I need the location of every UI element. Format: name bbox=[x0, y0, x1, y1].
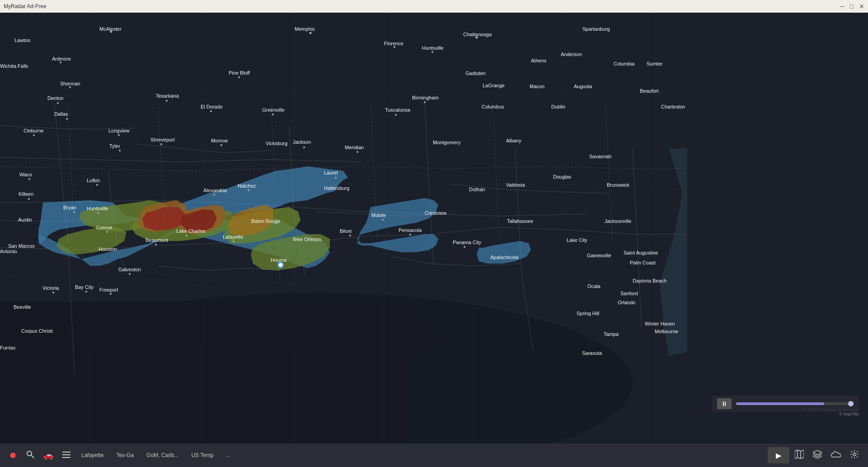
svg-text:Jackson: Jackson bbox=[293, 139, 311, 145]
tab-tex-ga[interactable]: Tex-Ga bbox=[111, 449, 139, 461]
progress-fill bbox=[736, 402, 824, 405]
play-button[interactable]: ▶ bbox=[768, 447, 789, 463]
tab-us-temp[interactable]: US Temp bbox=[186, 449, 219, 461]
svg-point-36 bbox=[160, 143, 162, 145]
svg-point-24 bbox=[432, 51, 433, 53]
svg-point-26 bbox=[57, 102, 59, 104]
titlebar: MyRadar Ad-Free ─ □ ✕ bbox=[0, 0, 868, 13]
cloud-icon bbox=[831, 451, 841, 460]
svg-text:Augusta: Augusta bbox=[574, 84, 592, 89]
progress-track[interactable] bbox=[736, 402, 854, 405]
svg-point-50 bbox=[155, 244, 157, 245]
app-title: MyRadar Ad-Free bbox=[4, 3, 47, 9]
svg-point-61 bbox=[278, 262, 283, 268]
svg-text:Alexandria: Alexandria bbox=[203, 188, 227, 193]
svg-text:San Marcos: San Marcos bbox=[8, 243, 35, 249]
svg-text:Lafayette: Lafayette bbox=[223, 234, 243, 240]
svg-point-33 bbox=[424, 101, 426, 103]
svg-text:Furrias: Furrias bbox=[0, 345, 16, 350]
svg-text:Bay City: Bay City bbox=[75, 284, 94, 290]
svg-text:Lawton: Lawton bbox=[14, 38, 30, 43]
menu-button[interactable] bbox=[59, 448, 74, 463]
record-icon: ⏺ bbox=[9, 451, 17, 460]
search-button[interactable] bbox=[23, 448, 38, 463]
hamburger-icon bbox=[62, 451, 70, 460]
svg-point-49 bbox=[106, 231, 108, 233]
svg-text:Huntsville: Huntsville bbox=[422, 45, 444, 51]
drive-button[interactable]: 🚗 bbox=[40, 448, 57, 463]
svg-text:Spring Hill: Spring Hill bbox=[577, 311, 599, 316]
settings-button[interactable] bbox=[846, 447, 863, 464]
search-icon bbox=[26, 450, 34, 461]
maximize-button[interactable]: □ bbox=[850, 3, 854, 9]
svg-text:Texarkana: Texarkana bbox=[156, 93, 179, 99]
svg-text:Natchez: Natchez bbox=[238, 183, 256, 189]
svg-point-38 bbox=[303, 146, 305, 148]
layers-button[interactable] bbox=[809, 448, 826, 463]
svg-point-39 bbox=[357, 151, 358, 153]
svg-point-51 bbox=[186, 235, 188, 236]
svg-text:Valdosta: Valdosta bbox=[506, 182, 525, 188]
svg-text:Beaufort: Beaufort bbox=[640, 88, 659, 94]
svg-text:Freeport: Freeport bbox=[99, 287, 118, 292]
svg-marker-163 bbox=[813, 450, 822, 455]
svg-text:Crestview: Crestview bbox=[425, 210, 446, 216]
svg-text:Mobile: Mobile bbox=[371, 212, 386, 218]
svg-text:Houma: Houma bbox=[271, 257, 287, 263]
svg-text:Tampa: Tampa bbox=[604, 331, 619, 337]
svg-text:Winter Haven: Winter Haven bbox=[645, 321, 675, 326]
svg-text:Melbourne: Melbourne bbox=[655, 329, 678, 334]
map-view-button[interactable] bbox=[791, 447, 807, 464]
svg-text:Macon: Macon bbox=[530, 84, 544, 89]
svg-text:Albany: Albany bbox=[506, 138, 521, 143]
svg-point-42 bbox=[96, 184, 98, 186]
svg-text:Monroe: Monroe bbox=[211, 138, 228, 143]
svg-text:Ocala: Ocala bbox=[587, 283, 601, 289]
svg-text:Greenville: Greenville bbox=[262, 107, 285, 113]
svg-text:Douglas: Douglas bbox=[553, 174, 572, 179]
svg-text:Victoria: Victoria bbox=[42, 285, 59, 291]
svg-text:Savannah: Savannah bbox=[589, 154, 612, 159]
svg-rect-157 bbox=[62, 452, 70, 453]
minimize-button[interactable]: ─ bbox=[840, 3, 845, 9]
svg-text:Spartanburg: Spartanburg bbox=[582, 26, 610, 32]
svg-point-52 bbox=[233, 241, 235, 242]
playback-bar: ⏸ bbox=[712, 396, 859, 412]
tab-lafayette[interactable]: Lafayette bbox=[76, 449, 109, 461]
svg-text:Dallas: Dallas bbox=[54, 111, 68, 117]
pause-button[interactable]: ⏸ bbox=[717, 398, 732, 409]
cloud-button[interactable] bbox=[827, 448, 845, 463]
svg-text:Chattanooga: Chattanooga bbox=[463, 32, 492, 37]
svg-text:Daytona Beach: Daytona Beach bbox=[633, 278, 666, 283]
svg-text:Ardmore: Ardmore bbox=[52, 56, 71, 61]
svg-text:Pensacola: Pensacola bbox=[399, 227, 422, 233]
svg-point-43 bbox=[248, 189, 249, 191]
svg-point-22 bbox=[60, 61, 61, 63]
svg-point-30 bbox=[210, 110, 212, 112]
svg-point-40 bbox=[119, 150, 121, 151]
svg-point-29 bbox=[238, 76, 240, 78]
svg-text:Laurel: Laurel bbox=[324, 170, 338, 175]
svg-rect-159 bbox=[62, 457, 70, 458]
svg-text:Florence: Florence bbox=[384, 41, 404, 46]
svg-text:Memphis: Memphis bbox=[295, 26, 315, 32]
record-button[interactable]: ⏺ bbox=[5, 448, 21, 463]
svg-point-57 bbox=[52, 292, 54, 293]
svg-text:McAlester: McAlester bbox=[99, 26, 122, 32]
svg-text:Tuscaloosa: Tuscaloosa bbox=[385, 107, 411, 113]
svg-point-41 bbox=[28, 178, 30, 180]
svg-text:Huntsville: Huntsville bbox=[87, 206, 108, 211]
svg-text:Gadsden: Gadsden bbox=[465, 71, 486, 76]
svg-text:Bryan: Bryan bbox=[63, 205, 76, 210]
tab-gom-carib[interactable]: GoM, Carib... bbox=[141, 449, 184, 461]
map-svg: Lawton McAlester Memphis Chattanooga Spa… bbox=[0, 13, 868, 443]
svg-text:Vicksburg: Vicksburg bbox=[266, 141, 287, 146]
svg-point-23 bbox=[394, 46, 395, 48]
svg-text:El Dorado: El Dorado bbox=[201, 104, 223, 109]
map-container[interactable]: Lawton McAlester Memphis Chattanooga Spa… bbox=[0, 13, 868, 443]
close-button[interactable]: ✕ bbox=[859, 3, 864, 9]
svg-text:Anderson: Anderson bbox=[561, 52, 582, 57]
tab-more[interactable]: ... bbox=[221, 449, 236, 461]
svg-text:Shreveport: Shreveport bbox=[150, 137, 175, 142]
play-icon: ▶ bbox=[776, 451, 781, 460]
